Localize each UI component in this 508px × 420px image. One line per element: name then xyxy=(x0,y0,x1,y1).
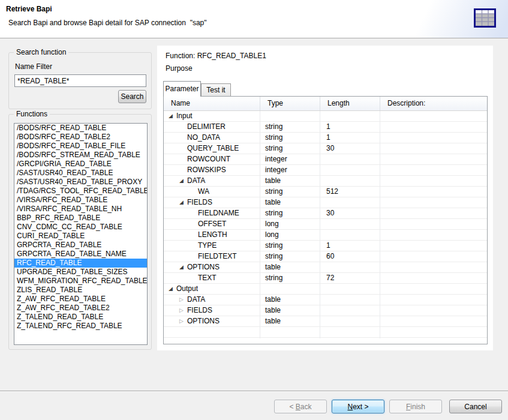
param-length xyxy=(320,111,380,121)
param-name: FIELDTEXT xyxy=(198,251,237,262)
search-button[interactable]: Search xyxy=(118,90,146,103)
list-item[interactable]: Z_AW_RFC_READ_TABLE2 xyxy=(14,304,147,313)
tree-expanded-icon[interactable]: ◢ xyxy=(169,111,176,121)
list-item[interactable]: Z_AW_RFC_READ_TABLE xyxy=(14,295,147,304)
tab-parameter[interactable]: Parameter xyxy=(163,81,201,97)
column-header-name[interactable]: Name xyxy=(164,97,260,110)
list-item[interactable]: GRPCRTA_READ_TABLE_NAME xyxy=(14,250,147,259)
table-row[interactable]: TYPEstring1 xyxy=(164,241,487,251)
tree-collapsed-icon[interactable]: ▷ xyxy=(179,316,187,326)
tab-test-it[interactable]: Test it xyxy=(201,83,231,97)
tree-expanded-icon[interactable]: ◢ xyxy=(179,197,187,208)
list-item[interactable]: /BODS/RFC_READ_TABLE_FILE xyxy=(14,142,147,151)
param-length: 72 xyxy=(320,273,380,283)
param-type: string xyxy=(260,143,320,154)
table-row[interactable]: LENGTHlong xyxy=(164,230,487,241)
name-filter-label: Name Filter xyxy=(15,62,52,71)
param-name: Output xyxy=(176,284,198,294)
function-label: Function: RFC_READ_TABLE1 xyxy=(166,52,266,60)
param-description xyxy=(380,187,487,197)
list-item[interactable]: UPGRADE_READ_TABLE_SIZES xyxy=(14,268,147,277)
column-header-description[interactable]: Description: xyxy=(380,97,487,110)
table-row[interactable]: ▷OPTIONStable xyxy=(164,316,487,327)
list-item[interactable]: /VIRSA/RFC_READ_TABLE_NH xyxy=(14,205,147,214)
param-name: FIELDS xyxy=(187,305,212,316)
functions-group: Functions /BODS/RFC_READ_TABLE/BODS/RFC_… xyxy=(8,114,152,350)
tree-collapsed-icon[interactable]: ▷ xyxy=(179,295,187,305)
param-length: 30 xyxy=(320,143,380,154)
tree-expanded-icon[interactable]: ◢ xyxy=(179,262,187,272)
cancel-button[interactable]: Cancel xyxy=(449,400,502,413)
list-item[interactable]: /VIRSA/RFC_READ_TABLE xyxy=(14,196,147,205)
next-button[interactable]: Next > xyxy=(332,400,384,413)
column-header-length[interactable]: Length xyxy=(320,97,380,110)
param-name: ROWCOUNT xyxy=(187,154,230,164)
param-name: OPTIONS xyxy=(187,262,220,272)
table-row[interactable]: TEXTstring72 xyxy=(164,273,487,284)
tree-expanded-icon[interactable]: ◢ xyxy=(179,176,187,186)
list-item[interactable]: WFM_MIGRATION_RFC_READ_TABLE xyxy=(14,277,147,286)
list-item[interactable]: ZLIS_READ_TABLE xyxy=(14,286,147,295)
table-row[interactable]: FIELDTEXTstring60 xyxy=(164,251,487,262)
finish-button[interactable]: Finish xyxy=(389,400,442,413)
list-item[interactable]: /TDAG/RCS_TOOL_RFC_READ_TABLE xyxy=(14,187,147,196)
list-item[interactable]: GRPCRTA_READ_TABLE xyxy=(14,241,147,250)
param-length xyxy=(320,165,380,175)
table-row[interactable]: ROWCOUNTinteger xyxy=(164,154,487,165)
list-item[interactable]: /GRCPI/GRIA_READ_TABLE xyxy=(14,160,147,169)
list-item[interactable]: Z_TALEND_READ_TABLE xyxy=(14,313,147,322)
table-header-row: Name Type Length Description: xyxy=(164,97,487,111)
list-item[interactable]: RFC_READ_TABLE xyxy=(14,259,147,268)
tree-collapsed-icon[interactable]: ▷ xyxy=(179,305,187,316)
list-item[interactable]: /BODS/RFC_READ_TABLE xyxy=(14,124,147,133)
name-filter-input[interactable] xyxy=(14,74,146,87)
table-row[interactable]: FIELDNAMEstring30 xyxy=(164,208,487,219)
param-description xyxy=(380,176,487,186)
table-row[interactable]: ◢OPTIONStable xyxy=(164,262,487,273)
table-row[interactable]: ROWSKIPSinteger xyxy=(164,165,487,176)
list-item[interactable]: /BODS/RFC_STREAM_READ_TABLE xyxy=(14,151,147,160)
list-item[interactable]: /SAST/USR40_READ_TABLE xyxy=(14,169,147,178)
table-row[interactable]: ▷FIELDStable xyxy=(164,305,487,316)
back-button[interactable]: < Back xyxy=(274,400,327,413)
list-item[interactable]: /SAST/USR40_READ_TABLE_PROXY xyxy=(14,178,147,187)
wizard-header: Retrieve Bapi Search Bapi and browse Bap… xyxy=(0,0,508,38)
list-item[interactable]: /BODS/RFC_READ_TABLE2 xyxy=(14,133,147,142)
table-row[interactable]: ◢Input xyxy=(164,111,487,122)
list-item[interactable]: Z_TALEND_RFC_READ_TABLE xyxy=(14,322,147,331)
param-type: string xyxy=(260,273,320,283)
functions-list[interactable]: /BODS/RFC_READ_TABLE/BODS/RFC_READ_TABLE… xyxy=(14,123,148,345)
param-length xyxy=(320,176,380,186)
param-name: Input xyxy=(176,111,193,121)
tree-expanded-icon[interactable]: ◢ xyxy=(169,284,176,294)
column-header-type[interactable]: Type xyxy=(260,97,320,110)
list-item[interactable]: CNV_CDMC_CC_READ_TABLE xyxy=(14,223,147,232)
param-description xyxy=(380,133,487,143)
table-row[interactable]: ▷DATAtable xyxy=(164,295,487,305)
parameter-table: Name Type Length Description: ◢InputDELI… xyxy=(163,96,488,344)
param-length: 60 xyxy=(320,251,380,262)
list-item[interactable]: BBP_RFC_READ_TABLE xyxy=(14,214,147,223)
param-length xyxy=(320,219,380,229)
footer-divider xyxy=(0,391,508,391)
param-name: FIELDS xyxy=(187,197,212,208)
table-row[interactable]: ◢DATAtable xyxy=(164,176,487,187)
table-row[interactable]: OFFSETlong xyxy=(164,219,487,230)
table-row[interactable]: WAstring512 xyxy=(164,187,487,197)
param-description xyxy=(380,251,487,262)
param-type: table xyxy=(260,176,320,186)
param-description xyxy=(380,197,487,208)
list-item[interactable]: CURI_READ_TABLE xyxy=(14,232,147,241)
table-row[interactable]: NO_DATAstring1 xyxy=(164,133,487,143)
table-row[interactable]: ◢Output xyxy=(164,284,487,295)
param-description xyxy=(380,305,487,316)
param-length: 1 xyxy=(320,241,380,251)
param-description xyxy=(380,284,487,294)
table-row[interactable]: DELIMITERstring1 xyxy=(164,122,487,133)
table-row[interactable]: ◢FIELDStable xyxy=(164,197,487,208)
param-name: NO_DATA xyxy=(187,133,220,143)
table-row[interactable]: QUERY_TABLEstring30 xyxy=(164,143,487,154)
search-group-legend: Search function xyxy=(14,48,68,56)
param-length: 1 xyxy=(320,133,380,143)
param-type: integer xyxy=(260,165,320,175)
